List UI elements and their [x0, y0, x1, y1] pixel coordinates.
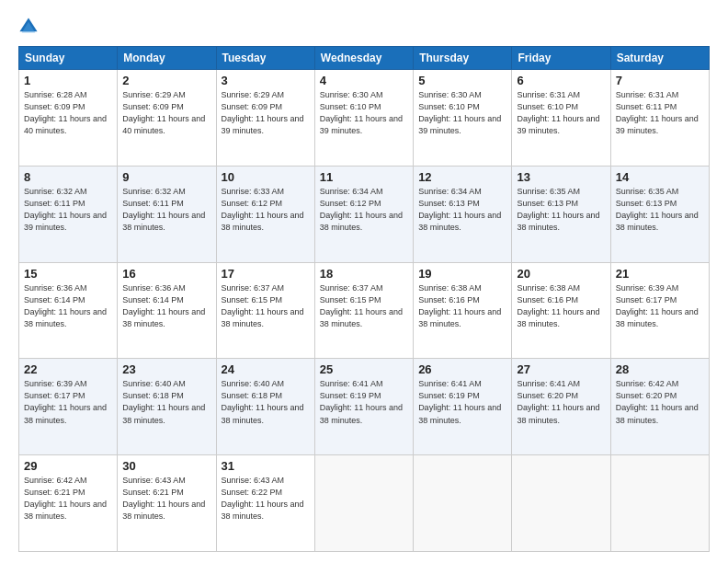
day-info: Sunrise: 6:30 AMSunset: 6:10 PMDaylight:…: [320, 89, 408, 137]
day-info: Sunrise: 6:35 AMSunset: 6:13 PMDaylight:…: [517, 186, 605, 234]
day-number: 5: [418, 74, 506, 87]
calendar-cell: 11Sunrise: 6:34 AMSunset: 6:12 PMDayligh…: [314, 166, 413, 262]
day-number: 4: [320, 74, 408, 87]
day-number: 13: [517, 170, 605, 184]
day-info: Sunrise: 6:36 AMSunset: 6:14 PMDaylight:…: [122, 282, 210, 330]
calendar-cell: 30Sunrise: 6:43 AMSunset: 6:21 PMDayligh…: [118, 455, 216, 552]
day-info: Sunrise: 6:43 AMSunset: 6:21 PMDaylight:…: [122, 475, 210, 523]
day-number: 26: [418, 362, 506, 376]
day-info: Sunrise: 6:40 AMSunset: 6:18 PMDaylight:…: [122, 378, 210, 426]
day-number: 20: [517, 267, 605, 281]
calendar-cell: 23Sunrise: 6:40 AMSunset: 6:18 PMDayligh…: [118, 359, 216, 455]
calendar-cell: 24Sunrise: 6:40 AMSunset: 6:18 PMDayligh…: [216, 359, 314, 455]
calendar-cell: 9Sunrise: 6:32 AMSunset: 6:11 PMDaylight…: [118, 166, 216, 262]
day-info: Sunrise: 6:41 AMSunset: 6:20 PMDaylight:…: [517, 378, 605, 426]
day-number: 21: [616, 267, 704, 281]
day-number: 19: [418, 267, 506, 281]
calendar-cell: 14Sunrise: 6:35 AMSunset: 6:13 PMDayligh…: [610, 166, 709, 262]
day-info: Sunrise: 6:32 AMSunset: 6:11 PMDaylight:…: [24, 186, 112, 234]
calendar-header-wednesday: Wednesday: [314, 47, 413, 70]
day-number: 6: [517, 74, 605, 87]
day-number: 24: [222, 362, 310, 376]
day-info: Sunrise: 6:30 AMSunset: 6:10 PMDaylight:…: [418, 89, 506, 137]
day-number: 11: [320, 170, 408, 184]
calendar-cell: 25Sunrise: 6:41 AMSunset: 6:19 PMDayligh…: [314, 359, 413, 455]
calendar-cell: 28Sunrise: 6:42 AMSunset: 6:20 PMDayligh…: [610, 359, 709, 455]
calendar-cell: 8Sunrise: 6:32 AMSunset: 6:11 PMDaylight…: [19, 166, 118, 262]
day-info: Sunrise: 6:37 AMSunset: 6:15 PMDaylight:…: [222, 282, 310, 330]
calendar-week-row-0: 1Sunrise: 6:28 AMSunset: 6:09 PMDaylight…: [19, 70, 710, 167]
calendar-header-thursday: Thursday: [414, 47, 512, 70]
day-info: Sunrise: 6:41 AMSunset: 6:19 PMDaylight:…: [320, 378, 408, 426]
calendar-cell: 29Sunrise: 6:42 AMSunset: 6:21 PMDayligh…: [19, 455, 118, 552]
day-info: Sunrise: 6:38 AMSunset: 6:16 PMDaylight:…: [418, 282, 506, 330]
calendar-cell: 18Sunrise: 6:37 AMSunset: 6:15 PMDayligh…: [314, 262, 413, 359]
day-info: Sunrise: 6:34 AMSunset: 6:12 PMDaylight:…: [320, 186, 408, 234]
calendar-cell: 17Sunrise: 6:37 AMSunset: 6:15 PMDayligh…: [216, 262, 314, 359]
calendar-header-sunday: Sunday: [19, 47, 118, 70]
calendar-cell: 22Sunrise: 6:39 AMSunset: 6:17 PMDayligh…: [19, 359, 118, 455]
day-number: 10: [222, 170, 310, 184]
calendar-header-saturday: Saturday: [610, 47, 709, 70]
day-info: Sunrise: 6:34 AMSunset: 6:13 PMDaylight:…: [418, 186, 506, 234]
day-number: 14: [616, 170, 704, 184]
day-info: Sunrise: 6:43 AMSunset: 6:22 PMDaylight:…: [222, 475, 310, 523]
calendar-cell: 3Sunrise: 6:29 AMSunset: 6:09 PMDaylight…: [216, 70, 314, 167]
day-number: 31: [222, 459, 310, 473]
day-number: 23: [122, 362, 210, 376]
logo: [18, 17, 42, 39]
day-number: 2: [122, 74, 210, 87]
header: [18, 17, 710, 39]
day-info: Sunrise: 6:40 AMSunset: 6:18 PMDaylight:…: [222, 378, 310, 426]
calendar-cell: 6Sunrise: 6:31 AMSunset: 6:10 PMDaylight…: [512, 70, 610, 167]
day-number: 15: [24, 267, 112, 281]
calendar-cell: 4Sunrise: 6:30 AMSunset: 6:10 PMDaylight…: [314, 70, 413, 167]
day-number: 18: [320, 267, 408, 281]
page: SundayMondayTuesdayWednesdayThursdayFrid…: [0, 0, 728, 563]
calendar-week-row-2: 15Sunrise: 6:36 AMSunset: 6:14 PMDayligh…: [19, 262, 710, 359]
day-info: Sunrise: 6:29 AMSunset: 6:09 PMDaylight:…: [222, 89, 310, 137]
day-info: Sunrise: 6:28 AMSunset: 6:09 PMDaylight:…: [24, 89, 112, 137]
calendar-cell: [414, 455, 512, 552]
day-number: 28: [616, 362, 704, 376]
calendar-week-row-3: 22Sunrise: 6:39 AMSunset: 6:17 PMDayligh…: [19, 359, 710, 455]
calendar-cell: [512, 455, 610, 552]
day-info: Sunrise: 6:36 AMSunset: 6:14 PMDaylight:…: [24, 282, 112, 330]
day-info: Sunrise: 6:41 AMSunset: 6:19 PMDaylight:…: [418, 378, 506, 426]
day-number: 12: [418, 170, 506, 184]
day-number: 7: [616, 74, 704, 87]
calendar-cell: 31Sunrise: 6:43 AMSunset: 6:22 PMDayligh…: [216, 455, 314, 552]
day-info: Sunrise: 6:33 AMSunset: 6:12 PMDaylight:…: [222, 186, 310, 234]
calendar-header-tuesday: Tuesday: [216, 47, 314, 70]
day-info: Sunrise: 6:42 AMSunset: 6:21 PMDaylight:…: [24, 475, 112, 523]
day-info: Sunrise: 6:32 AMSunset: 6:11 PMDaylight:…: [122, 186, 210, 234]
day-info: Sunrise: 6:38 AMSunset: 6:16 PMDaylight:…: [517, 282, 605, 330]
calendar-cell: 2Sunrise: 6:29 AMSunset: 6:09 PMDaylight…: [118, 70, 216, 167]
logo-icon: [18, 17, 39, 37]
calendar-cell: [314, 455, 413, 552]
day-number: 27: [517, 362, 605, 376]
calendar-cell: 16Sunrise: 6:36 AMSunset: 6:14 PMDayligh…: [118, 262, 216, 359]
calendar-cell: 12Sunrise: 6:34 AMSunset: 6:13 PMDayligh…: [414, 166, 512, 262]
day-number: 29: [24, 459, 112, 473]
calendar-cell: 13Sunrise: 6:35 AMSunset: 6:13 PMDayligh…: [512, 166, 610, 262]
day-info: Sunrise: 6:35 AMSunset: 6:13 PMDaylight:…: [616, 186, 704, 234]
day-number: 1: [24, 74, 112, 87]
calendar-cell: [610, 455, 709, 552]
day-number: 3: [222, 74, 310, 87]
calendar-week-row-4: 29Sunrise: 6:42 AMSunset: 6:21 PMDayligh…: [19, 455, 710, 552]
calendar-cell: 5Sunrise: 6:30 AMSunset: 6:10 PMDaylight…: [414, 70, 512, 167]
day-info: Sunrise: 6:42 AMSunset: 6:20 PMDaylight:…: [616, 378, 704, 426]
day-info: Sunrise: 6:31 AMSunset: 6:11 PMDaylight:…: [616, 89, 704, 137]
day-number: 30: [122, 459, 210, 473]
calendar-header-friday: Friday: [512, 47, 610, 70]
calendar-cell: 26Sunrise: 6:41 AMSunset: 6:19 PMDayligh…: [414, 359, 512, 455]
calendar-cell: 10Sunrise: 6:33 AMSunset: 6:12 PMDayligh…: [216, 166, 314, 262]
day-info: Sunrise: 6:37 AMSunset: 6:15 PMDaylight:…: [320, 282, 408, 330]
calendar-cell: 1Sunrise: 6:28 AMSunset: 6:09 PMDaylight…: [19, 70, 118, 167]
day-number: 9: [122, 170, 210, 184]
day-number: 16: [122, 267, 210, 281]
day-number: 25: [320, 362, 408, 376]
day-number: 22: [24, 362, 112, 376]
day-info: Sunrise: 6:39 AMSunset: 6:17 PMDaylight:…: [616, 282, 704, 330]
